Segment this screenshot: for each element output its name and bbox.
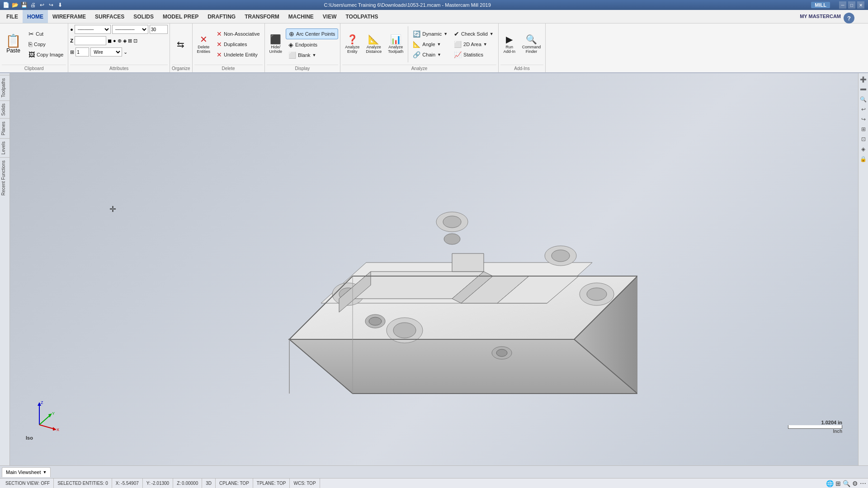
menu-model-prep[interactable]: MODEL PREP xyxy=(158,10,203,23)
right-tool-6[interactable]: ⊞ xyxy=(859,125,868,134)
sidebar-tab-recent[interactable]: Recent Functions xyxy=(0,157,9,198)
level-number-input[interactable] xyxy=(75,47,89,56)
blank-button[interactable]: ⬜ Blank ▼ xyxy=(286,50,338,60)
open-button[interactable]: 📂 xyxy=(11,1,19,9)
settings-icon[interactable]: ⚙ xyxy=(852,480,858,487)
command-finder-button[interactable]: 🔍 CommandFinder xyxy=(519,33,544,56)
endpoints-icon: ◈ xyxy=(288,41,293,48)
cplane-status: CPLANE: TOP xyxy=(216,479,253,488)
right-tool-3[interactable]: 🔍 xyxy=(859,95,868,104)
minimize-button[interactable]: ─ xyxy=(839,1,846,9)
customize-button[interactable]: ⬇ xyxy=(56,1,64,9)
ribbon-group-organize: ⇆ Organize xyxy=(170,23,193,72)
attr-level-icon: ⊞ xyxy=(70,49,74,55)
more-icon[interactable]: ⋯ xyxy=(860,480,866,487)
run-addin-button[interactable]: ▶ RunAdd-In xyxy=(500,33,519,56)
cut-label: Cut xyxy=(36,31,43,37)
check-solid-button[interactable]: ✔ Check Solid ▼ xyxy=(451,29,496,39)
point-size-input[interactable] xyxy=(150,25,168,34)
dynamic-button[interactable]: 🔄 Dynamic ▼ xyxy=(410,29,450,39)
globe-icon[interactable]: 🌐 xyxy=(826,480,834,487)
arc-center-points-button[interactable]: ⊕ Arc Center Points xyxy=(286,28,338,39)
menu-transform[interactable]: TRANSFORM xyxy=(240,10,284,23)
2d-area-dropdown[interactable]: ▼ xyxy=(483,42,487,47)
chain-button[interactable]: 🔗 Chain ▼ xyxy=(410,50,450,60)
new-button[interactable]: 📄 xyxy=(2,1,10,9)
main-viewsheet-tab[interactable]: Main Viewsheet ▼ xyxy=(2,467,51,477)
sidebar-tab-solids[interactable]: Solids xyxy=(0,100,9,118)
copy-image-button[interactable]: 🖼 Copy Image xyxy=(26,50,66,60)
statistics-button[interactable]: 📈 Statistics xyxy=(451,50,496,60)
right-tool-7[interactable]: ⊡ xyxy=(859,135,868,144)
zoom-fit-icon[interactable]: ⊞ xyxy=(835,480,841,487)
z-coord-value: 0.00000 xyxy=(182,481,198,486)
hide-unhide-button[interactable]: ⬛ Hide/Unhide xyxy=(267,33,285,56)
chain-label: Chain xyxy=(422,52,435,57)
zoom-in-icon[interactable]: 🔍 xyxy=(843,480,850,487)
sidebar-tab-levels[interactable]: Levels xyxy=(0,138,9,157)
blank-dropdown-icon[interactable]: ▼ xyxy=(312,53,316,57)
cut-button[interactable]: ✂ Cut xyxy=(26,29,66,39)
angle-button[interactable]: 📐 Angle ▼ xyxy=(410,39,450,49)
attr-icon-6: ⊡ xyxy=(133,38,137,44)
analyze-distance-button[interactable]: 📐 AnalyzeDistance xyxy=(363,33,384,56)
wire-select[interactable]: Wire xyxy=(90,47,122,56)
right-tool-5[interactable]: ↪ xyxy=(859,115,868,124)
sidebar-tab-toolpaths[interactable]: Toolpaths xyxy=(0,75,9,100)
right-tool-8[interactable]: ◈ xyxy=(859,145,868,154)
undelete-label: Undelete Entity xyxy=(224,52,258,57)
undo-button[interactable]: ↩ xyxy=(38,1,46,9)
menu-machine[interactable]: MACHINE xyxy=(284,10,318,23)
ribbon-group-clipboard: 📋 Paste ✂ Cut ⎘ Copy 🖼 Copy Image Clipbo… xyxy=(0,23,68,72)
maximize-button[interactable]: □ xyxy=(848,1,855,9)
analyze-toolpath-button[interactable]: 📊 AnalyzeToolpath xyxy=(385,33,406,56)
2d-area-button[interactable]: ⬜ 2D Area ▼ xyxy=(451,39,496,49)
help-button[interactable]: ? xyxy=(844,13,854,23)
svg-point-21 xyxy=(496,349,507,357)
viewsheet-dropdown-icon[interactable]: ▼ xyxy=(42,470,47,474)
line-width-select[interactable]: ────── xyxy=(112,25,148,34)
right-tool-4[interactable]: ↩ xyxy=(859,105,868,114)
menu-toolpaths[interactable]: TOOLPATHS xyxy=(341,10,382,23)
menu-view[interactable]: VIEW xyxy=(318,10,341,23)
line-type-select[interactable]: ───── xyxy=(75,25,111,34)
attr-expand-icon[interactable]: ⌄ xyxy=(123,49,127,55)
menu-surfaces[interactable]: SURFACES xyxy=(90,10,129,23)
organize-button-1[interactable]: ⇆ xyxy=(172,38,190,51)
viewport[interactable]: ✛ Z Y X Iso 1.0204 in Inch xyxy=(10,73,858,465)
non-associative-button[interactable]: ✕ Non-Associative xyxy=(214,29,262,39)
check-solid-dropdown[interactable]: ▼ xyxy=(490,32,494,36)
copy-button[interactable]: ⎘ Copy xyxy=(26,39,66,49)
y-label: Y: xyxy=(146,481,151,486)
y-value: -2.01300 xyxy=(151,481,169,486)
analyze-entity-button[interactable]: ❓ AnalyzeEntity xyxy=(342,33,362,56)
menu-home[interactable]: HOME xyxy=(23,10,48,23)
y-coord-status: Y: -2.01300 xyxy=(143,479,173,488)
delete-entities-button[interactable]: ✕ DeleteEntities xyxy=(194,33,213,56)
endpoints-button[interactable]: ◈ Endpoints xyxy=(286,40,338,50)
close-button[interactable]: ✕ xyxy=(857,1,864,9)
right-tool-2[interactable]: ➖ xyxy=(859,85,868,94)
redo-button[interactable]: ↪ xyxy=(47,1,55,9)
paste-button[interactable]: 📋 Paste xyxy=(2,33,25,56)
sidebar-tab-planes[interactable]: Planes xyxy=(0,118,9,138)
dynamic-dropdown[interactable]: ▼ xyxy=(443,32,448,36)
duplicates-button[interactable]: ✕ Duplicates xyxy=(214,39,262,49)
print-button[interactable]: 🖨 xyxy=(29,1,37,9)
undelete-button[interactable]: ✕ Undelete Entity xyxy=(214,50,262,60)
menu-drafting[interactable]: DRAFTING xyxy=(203,10,240,23)
svg-line-36 xyxy=(39,425,55,429)
z-value-input[interactable]: 0.0 xyxy=(75,36,106,45)
angle-dropdown[interactable]: ▼ xyxy=(437,42,441,47)
right-tool-9[interactable]: 🔒 xyxy=(859,155,868,164)
svg-marker-37 xyxy=(53,427,57,431)
menu-solids[interactable]: SOLIDS xyxy=(129,10,158,23)
menu-file[interactable]: FILE xyxy=(2,10,23,23)
chain-dropdown[interactable]: ▼ xyxy=(437,52,441,57)
menu-wireframe[interactable]: WIREFRAME xyxy=(48,10,90,23)
paste-label: Paste xyxy=(6,47,20,54)
my-mastercam-link[interactable]: MY MASTERCAM xyxy=(800,14,841,19)
dynamic-label: Dynamic xyxy=(422,31,442,37)
save-button[interactable]: 💾 xyxy=(20,1,28,9)
right-tool-1[interactable]: ➕ xyxy=(859,75,868,84)
